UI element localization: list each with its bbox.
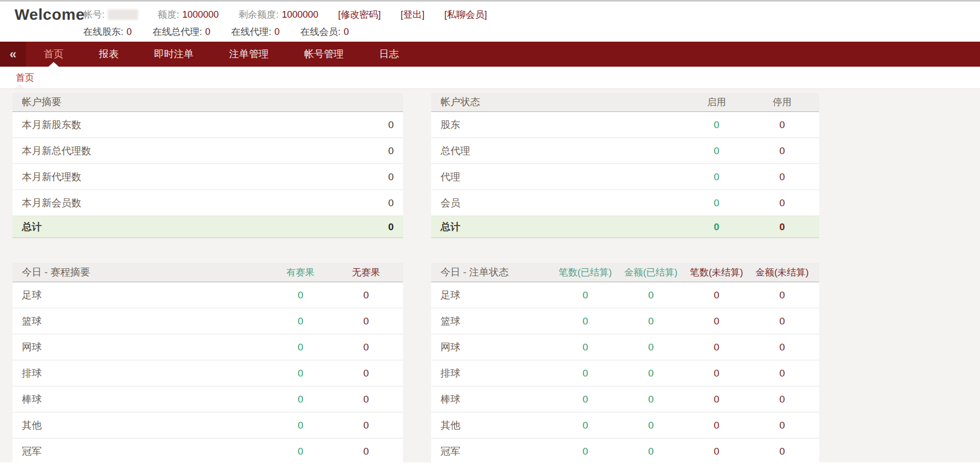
remaining-quota-label: 剩余额度: xyxy=(238,8,279,21)
column-header-disabled: 停用 xyxy=(749,96,815,108)
online-members-value: 0 xyxy=(344,27,349,37)
quota-field: 额度: 1000000 xyxy=(158,8,219,21)
online-general-agents-label: 在线总代理: xyxy=(153,26,202,38)
row-value: 0 xyxy=(268,368,333,379)
column-header-count-settled: 笔数(已结算) xyxy=(552,266,618,279)
row-value: 0 xyxy=(618,290,684,301)
column-header-enabled: 启用 xyxy=(684,96,749,108)
row-value: 0 xyxy=(684,446,749,457)
nav-item-home[interactable]: 首页 xyxy=(26,42,81,67)
total-row: 总计 0 xyxy=(12,216,403,238)
nav-item-logs[interactable]: 日志 xyxy=(361,42,417,67)
row-value: 0 xyxy=(552,420,618,431)
column-header-without-results: 无赛果 xyxy=(333,266,399,279)
row-label: 网球 xyxy=(12,341,268,354)
remaining-quota-value: 1000000 xyxy=(282,9,318,20)
nav-item-live-bets[interactable]: 即时注单 xyxy=(136,42,211,67)
row-value: 0 xyxy=(749,394,815,405)
table-row: 其他00 xyxy=(12,412,403,438)
row-label: 本月新总代理数 xyxy=(12,144,325,158)
table-row: 本月新代理数0 xyxy=(12,164,403,190)
row-value: 0 xyxy=(333,446,399,457)
table-row: 网球0000 xyxy=(431,334,819,360)
row-label: 会员 xyxy=(431,196,684,210)
row-value: 0 xyxy=(618,394,684,405)
table-body: 股东00总代理00代理00会员00 xyxy=(431,112,819,216)
online-stats-row: 在线股东: 0 在线总代理: 0 在线代理: 0 在线会员: 0 xyxy=(83,26,349,38)
row-value: 0 xyxy=(552,368,618,379)
row-value: 0 xyxy=(618,342,684,353)
table-row: 篮球00 xyxy=(12,308,403,334)
row-value: 0 xyxy=(333,394,399,405)
row-value: 0 xyxy=(749,145,815,157)
online-shareholders-label: 在线股东: xyxy=(83,26,123,38)
row-value: 0 xyxy=(749,368,815,379)
row-value: 0 xyxy=(325,119,403,131)
row-label: 足球 xyxy=(431,289,552,302)
row-value: 0 xyxy=(618,368,684,379)
remaining-quota-field: 剩余额度: 1000000 xyxy=(238,8,318,21)
table-row: 其他0000 xyxy=(431,412,819,438)
row-label: 股东 xyxy=(431,118,684,132)
table-row: 代理00 xyxy=(431,164,819,190)
column-header-amount-settled: 金额(已结算) xyxy=(618,266,684,279)
row-value: 0 xyxy=(684,368,749,379)
table-row: 总代理00 xyxy=(431,138,819,164)
row-value: 0 xyxy=(268,420,333,431)
panel-header: 今日 - 赛程摘要 有赛果 无赛果 xyxy=(12,263,403,282)
table-row: 本月新会员数0 xyxy=(12,190,403,216)
row-value: 0 xyxy=(749,119,815,131)
row-label: 其他 xyxy=(12,419,268,432)
row-value: 0 xyxy=(684,342,749,353)
row-value: 0 xyxy=(684,394,749,405)
row-label: 本月新股东数 xyxy=(12,118,325,132)
row-label: 棒球 xyxy=(431,393,552,406)
panel-title: 今日 - 注单状态 xyxy=(431,266,552,279)
row-label: 篮球 xyxy=(431,315,552,328)
account-name-redacted xyxy=(108,9,138,20)
nav-item-bet-management[interactable]: 注单管理 xyxy=(211,42,286,67)
table-row: 股东00 xyxy=(431,112,819,138)
column-header-count-unsettled: 笔数(未结算) xyxy=(684,266,749,279)
welcome-title: Welcome xyxy=(15,6,85,23)
row-value: 0 xyxy=(552,394,618,405)
row-value: 0 xyxy=(333,316,399,327)
row-label: 总代理 xyxy=(431,144,684,158)
quota-value: 1000000 xyxy=(182,9,219,20)
row-value: 0 xyxy=(268,316,333,327)
row-value: 0 xyxy=(552,446,618,457)
collapse-sidebar-icon[interactable]: « xyxy=(0,42,26,67)
breadcrumb[interactable]: 首页 xyxy=(16,71,34,84)
total-enabled-value: 0 xyxy=(684,221,749,233)
private-chat-link[interactable]: [私聊会员] xyxy=(444,8,487,21)
table-row: 棒球00 xyxy=(12,386,403,412)
row-value: 0 xyxy=(268,446,333,457)
total-label: 总计 xyxy=(12,220,325,234)
row-label: 排球 xyxy=(12,367,268,380)
row-label: 排球 xyxy=(431,367,552,380)
panel-account-summary: 帐户摘要 本月新股东数0本月新总代理数0本月新代理数0本月新会员数0 总计 0 xyxy=(12,93,403,238)
row-value: 0 xyxy=(268,394,333,405)
panel-title: 帐户摘要 xyxy=(12,95,403,109)
row-value: 0 xyxy=(268,342,333,353)
panel-title: 帐户状态 xyxy=(431,95,684,109)
logout-link[interactable]: [登出] xyxy=(400,8,424,21)
main-content: 帐户摘要 本月新股东数0本月新总代理数0本月新代理数0本月新会员数0 总计 0 … xyxy=(0,89,980,462)
total-value: 0 xyxy=(325,221,403,233)
table-body: 足球0000篮球0000网球0000排球0000棒球0000其他0000冠军00… xyxy=(431,282,819,464)
table-row: 排球00 xyxy=(12,360,403,386)
nav-item-reports[interactable]: 报表 xyxy=(81,42,136,67)
account-field: 帐号: xyxy=(83,8,138,21)
table-row: 网球00 xyxy=(12,334,403,360)
online-agents-value: 0 xyxy=(274,27,280,37)
table-row: 会员00 xyxy=(431,190,819,216)
change-password-link[interactable]: [修改密码] xyxy=(338,8,381,21)
row-value: 0 xyxy=(684,316,749,327)
quota-label: 额度: xyxy=(158,8,179,21)
row-value: 0 xyxy=(684,420,749,431)
online-agents: 在线代理: 0 xyxy=(231,26,280,38)
row-value: 0 xyxy=(333,290,399,301)
panel-header: 帐户状态 启用 停用 xyxy=(431,93,819,112)
table-row: 足球00 xyxy=(12,282,403,308)
nav-item-account-management[interactable]: 帐号管理 xyxy=(286,42,361,67)
